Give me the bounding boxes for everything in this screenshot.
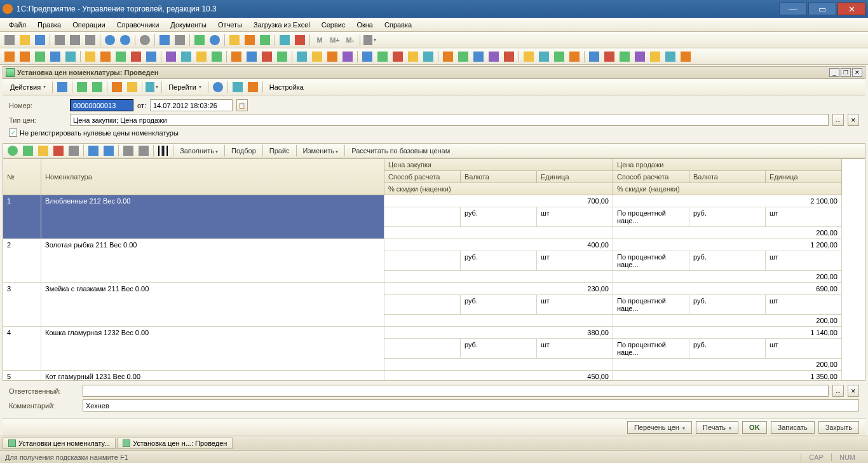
cell-cur1[interactable]: руб. <box>461 339 537 359</box>
tb2-28[interactable] <box>441 50 455 64</box>
tb2-26[interactable] <box>406 50 420 64</box>
pricelist-button[interactable]: Перечень цен ▾ <box>627 421 692 434</box>
copy-row-icon[interactable] <box>21 144 35 158</box>
cell-num[interactable]: 1 <box>3 195 41 239</box>
sort-az-icon[interactable] <box>121 144 135 158</box>
doc-close[interactable]: ✕ <box>852 68 862 77</box>
tb2-42[interactable] <box>663 50 677 64</box>
cell-price2[interactable]: 1 350,00 <box>613 371 842 381</box>
cell-disc2[interactable]: 200,00 <box>613 227 842 239</box>
tab-1[interactable]: Установка цен н...: Проведен <box>117 438 233 449</box>
actions-dropdown[interactable]: Действия▾ <box>6 82 50 92</box>
mplus-icon[interactable]: M+ <box>328 33 342 47</box>
menu-refs[interactable]: Справочники <box>112 20 165 30</box>
tb2-11[interactable] <box>164 50 178 64</box>
cell-method2[interactable]: По процентной наце... <box>613 251 689 271</box>
copy-icon[interactable] <box>68 33 82 47</box>
cell-disc1[interactable] <box>384 315 613 327</box>
act-icon-5[interactable] <box>125 80 139 94</box>
menu-reports[interactable]: Отчеты <box>213 20 247 30</box>
doc-minimize[interactable]: _ <box>829 68 839 77</box>
find-icon[interactable] <box>138 33 152 47</box>
tab-0[interactable]: Установки цен номенклату... <box>3 438 116 449</box>
recalc-button[interactable]: Рассчитать по базовым ценам <box>348 146 454 156</box>
change-dropdown[interactable]: Изменить▾ <box>299 146 342 156</box>
tb2-32[interactable] <box>502 50 516 64</box>
paste-icon[interactable] <box>83 33 97 47</box>
cell-method2[interactable]: По процентной наце... <box>613 207 689 227</box>
open-icon[interactable] <box>18 33 32 47</box>
price-grid[interactable]: № Номенклатура Цена закупки Цена продажи… <box>3 158 865 381</box>
cell-num[interactable]: 2 <box>3 239 41 283</box>
cell-disc1[interactable] <box>384 359 613 371</box>
tb2-3[interactable] <box>33 50 47 64</box>
tb2-1[interactable] <box>3 50 17 64</box>
tb2-33[interactable] <box>522 50 536 64</box>
tb2-14[interactable] <box>210 50 224 64</box>
cell-method1[interactable] <box>384 251 461 271</box>
tb2-27[interactable] <box>421 50 435 64</box>
tb2-35[interactable] <box>552 50 566 64</box>
cell-name[interactable]: Золотая рыбка 211 Вес 0.00 <box>41 239 384 283</box>
mminus-icon[interactable]: M- <box>343 33 357 47</box>
select-button[interactable]: Подбор <box>227 146 260 156</box>
tb2-15[interactable] <box>229 50 243 64</box>
cell-method1[interactable] <box>384 295 461 315</box>
doc-restore[interactable]: ❐ <box>841 68 851 77</box>
tb2-6[interactable] <box>83 50 97 64</box>
close-button[interactable]: Закрыть <box>818 421 859 434</box>
tb2-10[interactable] <box>144 50 158 64</box>
barcode-icon[interactable] <box>156 144 170 158</box>
act-icon-7[interactable] <box>231 80 245 94</box>
col-unit1[interactable]: Единица <box>537 171 613 183</box>
cell-disc2[interactable]: 200,00 <box>613 315 842 327</box>
cell-cur2[interactable]: руб. <box>689 251 766 271</box>
cell-price1[interactable]: 380,00 <box>384 327 613 339</box>
cell-cur2[interactable]: руб. <box>689 207 766 227</box>
tb2-30[interactable] <box>471 50 485 64</box>
col-calc2[interactable]: Способ расчета <box>613 171 689 183</box>
tb2-8[interactable] <box>114 50 128 64</box>
act-icon-8[interactable] <box>246 80 260 94</box>
menu-operations[interactable]: Операции <box>67 20 110 30</box>
ok-button[interactable]: OK <box>742 421 767 434</box>
minimize-button[interactable]: — <box>779 3 807 15</box>
tb2-43[interactable] <box>679 50 693 64</box>
tb2-5[interactable] <box>64 50 78 64</box>
cell-cur1[interactable]: руб. <box>461 207 537 227</box>
delete-row-icon[interactable] <box>51 144 65 158</box>
maximize-button[interactable]: ▭ <box>808 3 836 15</box>
save-button[interactable]: Записать <box>771 421 815 434</box>
cell-price2[interactable]: 2 100,00 <box>613 195 842 207</box>
price-button[interactable]: Прайс <box>266 146 294 156</box>
move-down-icon[interactable] <box>102 144 116 158</box>
cell-unit1[interactable]: шт <box>537 295 613 315</box>
edit-row-icon[interactable] <box>36 144 50 158</box>
cell-disc1[interactable] <box>384 271 613 283</box>
add-row-icon[interactable] <box>6 144 20 158</box>
menu-help[interactable]: Справка <box>379 20 417 30</box>
tb2-13[interactable] <box>194 50 208 64</box>
tb2-21[interactable] <box>325 50 339 64</box>
cell-price2[interactable]: 1 140,00 <box>613 327 842 339</box>
cell-name[interactable]: Влюбленные 212 Вес 0.00 <box>41 195 384 239</box>
pricetype-select-button[interactable]: ... <box>832 114 844 126</box>
tb2-25[interactable] <box>391 50 405 64</box>
save-icon[interactable] <box>33 33 47 47</box>
sort-za-icon[interactable] <box>137 144 151 158</box>
new-icon[interactable] <box>3 33 17 47</box>
cell-price2[interactable]: 690,00 <box>613 283 842 295</box>
refresh-icon[interactable] <box>193 33 207 47</box>
move-up-icon[interactable] <box>86 144 100 158</box>
menu-windows[interactable]: Окна <box>351 20 378 30</box>
tb2-39[interactable] <box>618 50 632 64</box>
cell-disc2[interactable]: 200,00 <box>613 359 842 371</box>
cell-method2[interactable]: По процентной наце... <box>613 295 689 315</box>
pricetype-input[interactable] <box>70 114 829 126</box>
cell-method1[interactable] <box>384 207 461 227</box>
calendar-icon[interactable] <box>158 33 172 47</box>
col-nomenclature[interactable]: Номенклатура <box>41 159 384 195</box>
tb2-12[interactable] <box>179 50 193 64</box>
cell-price1[interactable]: 400,00 <box>384 239 613 251</box>
col-calc1[interactable]: Способ расчета <box>384 171 461 183</box>
